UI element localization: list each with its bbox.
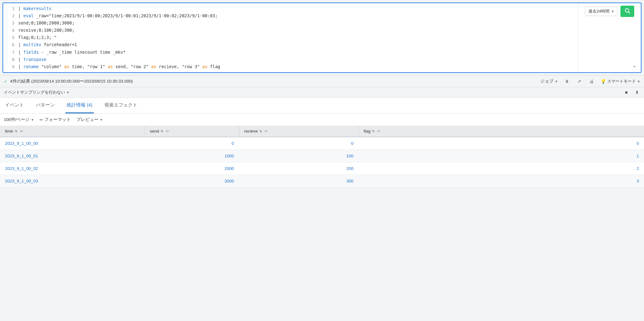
cell-recieve: 300 [239, 175, 358, 188]
query-editor[interactable]: 1| makeresults2| eval _raw="time;2023/9/… [3, 3, 578, 72]
cell-flag: 1 [358, 150, 644, 162]
cell-recieve: 200 [239, 162, 358, 175]
edit-col-icon-send[interactable]: ✏ [166, 129, 169, 133]
smart-mode-dropdown[interactable]: 💡 スマートモード ▼ [601, 79, 640, 84]
editor-line: 9| rename "column" as time, "row 1" as s… [7, 63, 574, 70]
per-page-chevron-icon: ▼ [31, 118, 34, 122]
search-button[interactable] [620, 6, 634, 17]
table-row: 2023_9_1_00_00000 [0, 137, 644, 150]
col-label-flag: flag [364, 129, 371, 133]
cell-flag: 2 [358, 162, 644, 175]
cell-send: 0 [145, 137, 239, 150]
format-button[interactable]: ✏ フォーマット [40, 117, 71, 122]
line-number: 2 [7, 13, 14, 19]
line-content: send;0;1000;2000;3000; [18, 19, 75, 27]
result-text: 4件の結果 (2023/09/14 10:00:00.000〜2023/09/1… [10, 79, 133, 84]
editor-line: 6| multikv forceheader=1 [7, 41, 574, 48]
cell-send: 3000 [145, 175, 239, 188]
sort-icon-send[interactable]: ⇅ [161, 129, 163, 133]
editor-line: 4receive;0;100;200;300; [7, 27, 574, 34]
sampling-dropdown[interactable]: イベントサンプリングを行わない ▼ [4, 90, 69, 95]
jobs-dropdown[interactable]: ジョブ ▼ [540, 79, 558, 84]
editor-line: 8| transpose [7, 56, 574, 63]
smart-mode-chevron-icon: ▼ [637, 80, 640, 83]
smart-mode-label: スマートモード [607, 79, 636, 84]
sampling-chevron-icon: ▼ [66, 91, 69, 94]
tab-------4-[interactable]: 統計情報 (4) [65, 98, 94, 113]
cell-time[interactable]: 2023_9_1_00_00 [0, 137, 145, 150]
sub-status-bar: イベントサンプリングを行わない ▼ ■ ⬇ [0, 87, 644, 97]
result-tabs: イベントパターン統計情報 (4)視覚エフェクト [0, 97, 644, 114]
cell-send: 2000 [145, 162, 239, 175]
line-number: 1 [7, 5, 14, 12]
line-number: 4 [7, 27, 14, 34]
editor-line: 3send;0;1000;2000;3000; [7, 19, 574, 27]
tab-----[interactable]: パターン [35, 98, 56, 113]
search-icon [624, 8, 630, 15]
cell-time[interactable]: 2023_9_1_00_02 [0, 162, 145, 175]
stop-icon[interactable]: ■ [624, 89, 629, 95]
print-icon[interactable]: 🖨 [588, 78, 595, 84]
line-number: 6 [7, 41, 14, 48]
line-number: 9 [7, 63, 14, 70]
pause-icon[interactable]: ⏸ [564, 78, 570, 84]
cell-time[interactable]: 2023_9_1_00_03 [0, 175, 145, 188]
sub-status-right: ■ ⬇ [624, 89, 640, 95]
line-content: flag;0;1;2;3; " [18, 34, 57, 41]
line-content: | eval _raw="time;2023/9/1-00:00;2023/9/… [18, 12, 218, 19]
sort-icon-recieve[interactable]: ⇅ [259, 129, 262, 133]
line-number: 3 [7, 20, 14, 27]
col-label-recieve: recieve [244, 129, 258, 133]
per-page-label: 100件/ページ [4, 117, 30, 122]
jobs-label: ジョブ [540, 79, 553, 84]
preview-dropdown[interactable]: プレビュー ▼ [76, 117, 103, 122]
preview-label: プレビュー [76, 117, 98, 122]
bulb-icon: 💡 [601, 79, 606, 84]
col-label-time: time [5, 129, 13, 133]
edit-col-icon-flag[interactable]: ✏ [377, 129, 380, 133]
cell-flag: 3 [358, 175, 644, 188]
line-content: | multikv forceheader=1 [18, 41, 77, 48]
col-header-flag: flag⇅✏ [358, 126, 644, 137]
expand-editor-icon[interactable]: ⌄ [631, 61, 638, 70]
preview-chevron-icon: ▼ [100, 118, 103, 122]
table-toolbar: 100件/ページ ▼ ✏ フォーマット プレビュー ▼ [0, 114, 644, 126]
line-number: 7 [7, 49, 14, 56]
per-page-dropdown[interactable]: 100件/ページ ▼ [4, 117, 34, 122]
edit-col-icon-time[interactable]: ✏ [20, 129, 23, 133]
line-content: | transpose [18, 56, 46, 63]
cell-time[interactable]: 2023_9_1_00_01 [0, 150, 145, 162]
download-icon[interactable]: ⬇ [634, 89, 640, 95]
sort-icon-time[interactable]: ⇅ [15, 129, 17, 133]
line-content: receive;0;100;200;300; [18, 27, 75, 34]
line-number: 5 [7, 34, 14, 41]
status-right-controls: ジョブ ▼ ⏸ ↗ 🖨 💡 スマートモード ▼ [540, 78, 640, 84]
time-range-dropdown[interactable]: 過去24時間 ▼ [585, 7, 618, 16]
editor-line: 5flag;0;1;2;3; " [7, 34, 574, 41]
cell-recieve: 100 [239, 150, 358, 162]
editor-right-controls: 過去24時間 ▼ ⌄ [578, 3, 641, 72]
cell-send: 1000 [145, 150, 239, 162]
line-content: | makeresults [18, 5, 52, 12]
col-header-time: time⇅✏ [0, 126, 145, 137]
line-content: | rename "column" as time, "row 1" as se… [18, 63, 220, 70]
editor-line: 2| eval _raw="time;2023/9/1-00:00;2023/9… [7, 12, 574, 19]
svg-line-1 [628, 12, 630, 13]
line-content: | fields - _raw _time linecount time _mk… [18, 49, 125, 56]
time-search-row: 過去24時間 ▼ [585, 6, 634, 17]
sort-icon-flag[interactable]: ⇅ [372, 129, 375, 133]
pencil-icon: ✏ [40, 117, 43, 122]
tab-----[interactable]: イベント [4, 98, 25, 113]
sampling-label: イベントサンプリングを行わない [4, 90, 65, 95]
edit-col-icon-recieve[interactable]: ✏ [265, 129, 268, 133]
tab--------[interactable]: 視覚エフェクト [103, 98, 139, 113]
results-table: time⇅✏send⇅✏recieve⇅✏flag⇅✏ 2023_9_1_00_… [0, 126, 644, 188]
col-header-recieve: recieve⇅✏ [239, 126, 358, 137]
cell-flag: 0 [358, 137, 644, 150]
check-icon: ✓ [4, 79, 8, 84]
result-status-bar: ✓ 4件の結果 (2023/09/14 10:00:00.000〜2023/09… [0, 75, 644, 87]
query-editor-panel: 1| makeresults2| eval _raw="time;2023/9/… [3, 3, 641, 73]
share-icon[interactable]: ↗ [576, 78, 582, 84]
table-row: 2023_9_1_00_0110001001 [0, 150, 644, 162]
line-number: 8 [7, 56, 14, 63]
